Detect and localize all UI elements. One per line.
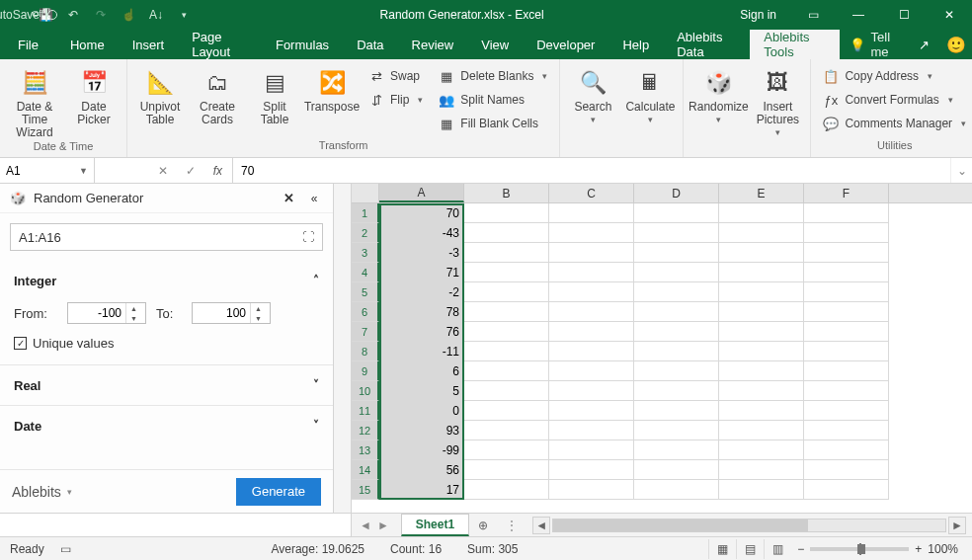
spin-up-icon[interactable]: ▲	[126, 303, 141, 313]
cell[interactable]	[804, 322, 889, 342]
touch-mode-icon[interactable]: ☝	[115, 0, 142, 30]
cell[interactable]	[804, 440, 889, 460]
cell[interactable]	[804, 460, 889, 480]
cell[interactable]	[634, 322, 719, 342]
pane-splitter[interactable]	[334, 184, 352, 513]
cell[interactable]	[464, 203, 549, 223]
row-header[interactable]: 3	[352, 243, 379, 263]
cell[interactable]	[719, 460, 804, 480]
row-header[interactable]: 5	[352, 282, 379, 302]
cancel-icon[interactable]: ✕	[158, 164, 168, 178]
cell[interactable]	[804, 223, 889, 243]
cell[interactable]	[719, 203, 804, 223]
row-header[interactable]: 4	[352, 263, 379, 282]
row-header[interactable]: 10	[352, 381, 379, 401]
cell[interactable]	[549, 243, 634, 263]
section-integer-header[interactable]: Integer ˄	[0, 261, 333, 300]
cell[interactable]	[549, 342, 634, 361]
minimize-icon[interactable]: —	[836, 0, 881, 30]
cell[interactable]	[719, 322, 804, 342]
cell[interactable]: 5	[379, 381, 464, 401]
cell[interactable]	[464, 440, 549, 460]
cell[interactable]	[719, 243, 804, 263]
cell[interactable]	[634, 263, 719, 282]
calculate-button[interactable]: 🖩Calculate	[623, 63, 677, 125]
cell[interactable]	[464, 243, 549, 263]
col-header-B[interactable]: B	[464, 184, 549, 202]
ribbon-display-icon[interactable]: ▭	[790, 0, 836, 30]
cell[interactable]: -43	[379, 223, 464, 243]
col-header-F[interactable]: F	[804, 184, 889, 202]
cell[interactable]	[804, 203, 889, 223]
sheet-nav-prev-icon[interactable]: ◄	[360, 519, 371, 532]
cell[interactable]: 70	[379, 203, 464, 223]
tab-ablebits-data[interactable]: Ablebits Data	[663, 30, 750, 59]
spin-up-icon[interactable]: ▲	[251, 303, 266, 313]
cell[interactable]	[549, 263, 634, 282]
spin-down-icon[interactable]: ▼	[126, 313, 141, 323]
row-header[interactable]: 6	[352, 302, 379, 322]
undo-icon[interactable]: ↶	[59, 0, 87, 30]
row-header[interactable]: 9	[352, 361, 379, 381]
cell[interactable]	[549, 381, 634, 401]
cell[interactable]	[464, 361, 549, 381]
search-button[interactable]: 🔍Search	[566, 63, 619, 125]
cell[interactable]: 71	[379, 263, 464, 282]
section-real-header[interactable]: Real ˅	[0, 365, 333, 405]
scroll-thumb[interactable]	[553, 520, 808, 531]
cell[interactable]	[634, 460, 719, 480]
cell[interactable]: 76	[379, 322, 464, 342]
cell[interactable]: 56	[379, 460, 464, 480]
tab-ablebits-tools[interactable]: Ablebits Tools	[750, 30, 839, 59]
to-spinner[interactable]: ▲▼	[192, 302, 271, 324]
ablebits-menu[interactable]: Ablebits	[12, 484, 72, 500]
cell[interactable]	[634, 440, 719, 460]
tab-developer[interactable]: Developer	[523, 30, 608, 59]
cell[interactable]: 17	[379, 480, 464, 500]
enter-icon[interactable]: ✓	[186, 164, 196, 178]
cell[interactable]	[464, 381, 549, 401]
cell[interactable]	[464, 263, 549, 282]
view-page-break-icon[interactable]: ▥	[764, 539, 791, 559]
tab-view[interactable]: View	[467, 30, 523, 59]
feedback-icon[interactable]: 🙂	[939, 30, 972, 59]
row-header[interactable]: 2	[352, 223, 379, 243]
from-input[interactable]	[68, 306, 125, 320]
cell[interactable]	[719, 263, 804, 282]
cell[interactable]	[719, 223, 804, 243]
cell[interactable]	[464, 342, 549, 361]
cell[interactable]	[804, 243, 889, 263]
row-header[interactable]: 15	[352, 480, 379, 500]
randomize-button[interactable]: 🎲Randomize	[689, 63, 747, 125]
comments-manager-button[interactable]: 💬Comments Manager	[817, 113, 972, 134]
cell[interactable]	[634, 302, 719, 322]
cell[interactable]	[549, 322, 634, 342]
cell[interactable]	[719, 342, 804, 361]
cell[interactable]	[634, 282, 719, 302]
scroll-right-icon[interactable]: ►	[948, 517, 966, 534]
tab-formulas[interactable]: Formulas	[262, 30, 343, 59]
row-header[interactable]: 1	[352, 203, 379, 223]
view-normal-icon[interactable]: ▦	[708, 539, 736, 559]
section-date-header[interactable]: Date ˅	[0, 406, 333, 445]
cell[interactable]	[464, 480, 549, 500]
cell[interactable]	[634, 203, 719, 223]
cell[interactable]	[634, 361, 719, 381]
share-icon[interactable]: ↗	[908, 30, 940, 59]
scroll-left-icon[interactable]: ◄	[532, 517, 550, 534]
autosave-toggle[interactable]: AutoSave Off	[4, 0, 32, 30]
chevron-down-icon[interactable]: ▼	[79, 166, 88, 176]
macro-record-icon[interactable]: ▭	[60, 542, 71, 556]
zoom-out-icon[interactable]: −	[797, 542, 804, 556]
col-header-E[interactable]: E	[719, 184, 804, 202]
cell[interactable]: -3	[379, 243, 464, 263]
new-sheet-button[interactable]: ⊕	[469, 514, 497, 536]
cell[interactable]	[549, 282, 634, 302]
close-icon[interactable]: ✕	[280, 191, 297, 205]
flip-button[interactable]: ⇵Flip	[363, 89, 429, 111]
qat-customize-icon[interactable]: ▾	[170, 0, 198, 30]
cell[interactable]	[804, 302, 889, 322]
horizontal-scrollbar[interactable]: ◄ ►	[526, 514, 972, 536]
delete-blanks-button[interactable]: ▦Delete Blanks	[433, 65, 553, 87]
cell[interactable]	[464, 302, 549, 322]
